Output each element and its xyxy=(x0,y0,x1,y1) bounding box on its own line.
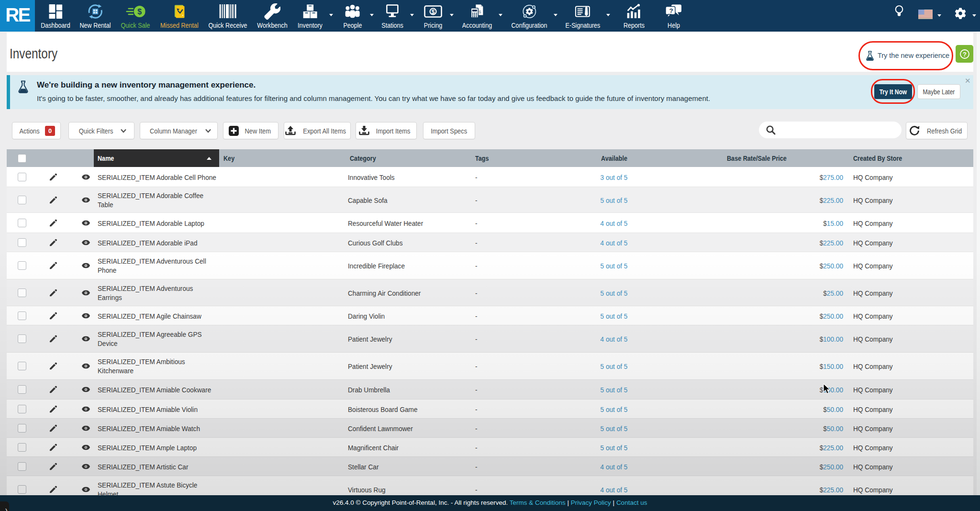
svg-text:?: ? xyxy=(669,7,673,14)
svg-text:$: $ xyxy=(138,8,142,16)
svg-text:$: $ xyxy=(432,9,435,15)
svg-text:?: ? xyxy=(963,50,967,57)
svg-text:$: $ xyxy=(479,9,481,14)
